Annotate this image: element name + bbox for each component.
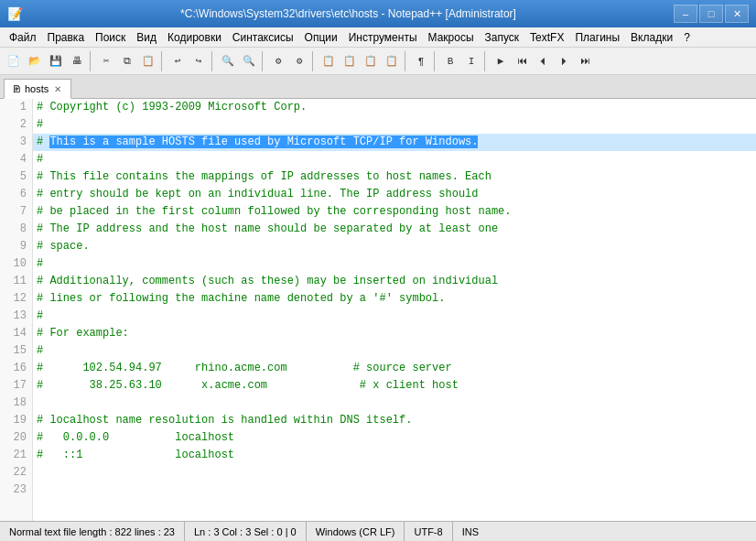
toolbar-button-10[interactable]: ↪ xyxy=(189,51,209,71)
code-line: # localhost name resolution is handled w… xyxy=(33,412,756,429)
title-bar-text: *C:\Windows\System32\drivers\etc\hosts -… xyxy=(23,7,674,20)
toolbar-separator xyxy=(161,51,165,71)
toolbar-button-23[interactable]: ¶ xyxy=(411,51,431,71)
code-line xyxy=(33,395,756,412)
toolbar-button-6[interactable]: ⧉ xyxy=(117,51,137,71)
menu-bar: ФайлПравкаПоискВидКодировкиСинтаксисыОпц… xyxy=(0,27,756,48)
toolbar-button-32[interactable]: ⏭ xyxy=(575,51,595,71)
toolbar-button-1[interactable]: 📂 xyxy=(25,51,45,71)
toolbar-button-5[interactable]: ✂ xyxy=(96,51,116,71)
menu-item-поиск[interactable]: Поиск xyxy=(90,29,131,46)
toolbar-button-9[interactable]: ↩ xyxy=(167,51,188,71)
toolbar-button-19[interactable]: 📋 xyxy=(340,51,360,71)
line-number: 4 xyxy=(0,151,32,168)
line-number: 13 xyxy=(0,308,32,325)
line-number: 2 xyxy=(0,116,32,134)
app-icon: 📝 xyxy=(7,6,23,21)
toolbar-button-13[interactable]: 🔍 xyxy=(239,51,259,71)
toolbar-button-25[interactable]: B xyxy=(440,51,460,71)
maximize-button[interactable]: □ xyxy=(699,5,723,23)
toolbar-button-29[interactable]: ⏮ xyxy=(512,51,532,71)
toolbar-separator xyxy=(312,51,316,71)
line-number: 23 xyxy=(0,481,32,499)
code-editor[interactable]: # Copyright (c) 1993-2009 Microsoft Corp… xyxy=(33,99,756,521)
toolbar-button-21[interactable]: 📋 xyxy=(382,51,402,71)
line-number: 19 xyxy=(0,412,32,429)
tab-close-button[interactable]: ✕ xyxy=(52,83,63,95)
line-number: 10 xyxy=(0,255,32,273)
toolbar-button-0[interactable]: 📄 xyxy=(4,51,24,71)
toolbar-button-18[interactable]: 📋 xyxy=(319,51,339,71)
code-line: # Copyright (c) 1993-2009 Microsoft Corp… xyxy=(33,99,756,116)
toolbar-button-7[interactable]: 📋 xyxy=(138,51,158,71)
toolbar-separator xyxy=(434,51,437,71)
code-line: # xyxy=(33,255,756,273)
menu-item-вкладки[interactable]: Вкладки xyxy=(625,29,678,46)
menu-item-запуск[interactable]: Запуск xyxy=(480,29,525,46)
code-line: # entry should be kept on an individual … xyxy=(33,186,756,203)
minimize-button[interactable]: – xyxy=(674,5,697,23)
toolbar-button-28[interactable]: ▶ xyxy=(491,51,511,71)
toolbar: 📄📂💾🖶✂⧉📋↩↪🔍🔍⚙⚙📋📋📋📋¶BI▶⏮⏴⏵⏭ xyxy=(0,48,756,75)
toolbar-button-2[interactable]: 💾 xyxy=(46,51,66,71)
code-line xyxy=(33,464,756,481)
line-number: 21 xyxy=(0,447,32,464)
toolbar-separator xyxy=(262,51,265,71)
line-number: 15 xyxy=(0,342,32,360)
title-bar: 📝 *C:\Windows\System32\drivers\etc\hosts… xyxy=(0,0,756,27)
toolbar-button-3[interactable]: 🖶 xyxy=(67,51,87,71)
menu-item-опции[interactable]: Опции xyxy=(299,29,343,46)
toolbar-button-31[interactable]: ⏵ xyxy=(554,51,574,71)
code-line: # be placed in the first column followed… xyxy=(33,203,756,221)
menu-item-правка[interactable]: Правка xyxy=(42,29,91,46)
code-line: # For example: xyxy=(33,325,756,342)
code-line: # 102.54.94.97 rhino.acme.com # source s… xyxy=(33,360,756,377)
toolbar-button-15[interactable]: ⚙ xyxy=(268,51,288,71)
toolbar-separator xyxy=(90,51,93,71)
line-number: 17 xyxy=(0,377,32,395)
code-line: # Additionally, comments (such as these)… xyxy=(33,273,756,290)
line-number: 11 xyxy=(0,273,32,290)
line-numbers: 1234567891011121314151617181920212223 xyxy=(0,99,33,521)
menu-item-синтаксисы[interactable]: Синтаксисы xyxy=(227,29,299,46)
toolbar-separator xyxy=(211,51,215,71)
tab-hosts[interactable]: 🖹 hosts ✕ xyxy=(4,79,71,99)
toolbar-separator xyxy=(405,51,408,71)
code-line: # This file contains the mappings of IP … xyxy=(33,168,756,186)
code-line xyxy=(33,481,756,499)
toolbar-button-20[interactable]: 📋 xyxy=(361,51,381,71)
line-number: 7 xyxy=(0,203,32,221)
code-line: # xyxy=(33,151,756,168)
menu-item-кодировки[interactable]: Кодировки xyxy=(162,29,227,46)
tab-label: hosts xyxy=(25,83,49,94)
menu-item-плагины[interactable]: Плагины xyxy=(569,29,625,46)
tab-file-icon: 🖹 xyxy=(12,84,21,94)
line-number: 14 xyxy=(0,325,32,342)
line-number: 16 xyxy=(0,360,32,377)
status-file-info: Normal text file length : 822 lines : 23 xyxy=(0,522,185,541)
code-line: # xyxy=(33,116,756,134)
toolbar-button-26[interactable]: I xyxy=(461,51,481,71)
code-line: # xyxy=(33,308,756,325)
menu-item-инструменты[interactable]: Инструменты xyxy=(343,29,423,46)
code-line: # space. xyxy=(33,238,756,255)
menu-item-?[interactable]: ? xyxy=(678,29,696,46)
toolbar-separator xyxy=(484,51,488,71)
menu-item-textfx[interactable]: TextFX xyxy=(524,29,569,46)
status-line-ending: Windows (CR LF) xyxy=(307,522,405,541)
menu-item-вид[interactable]: Вид xyxy=(131,29,162,46)
status-ins: INS xyxy=(453,522,488,541)
line-number: 3 xyxy=(0,134,32,151)
menu-item-макросы[interactable]: Макросы xyxy=(423,29,480,46)
status-bar: Normal text file length : 822 lines : 23… xyxy=(0,521,756,541)
line-number: 12 xyxy=(0,290,32,308)
code-line: # xyxy=(33,342,756,360)
close-button[interactable]: ✕ xyxy=(725,5,749,23)
window-controls: – □ ✕ xyxy=(674,5,749,23)
code-line: # lines or following the machine name de… xyxy=(33,290,756,308)
menu-item-файл[interactable]: Файл xyxy=(4,29,42,46)
toolbar-button-30[interactable]: ⏴ xyxy=(533,51,553,71)
toolbar-button-12[interactable]: 🔍 xyxy=(218,51,238,71)
toolbar-button-16[interactable]: ⚙ xyxy=(289,51,309,71)
code-line: # The IP address and the host name shoul… xyxy=(33,221,756,238)
